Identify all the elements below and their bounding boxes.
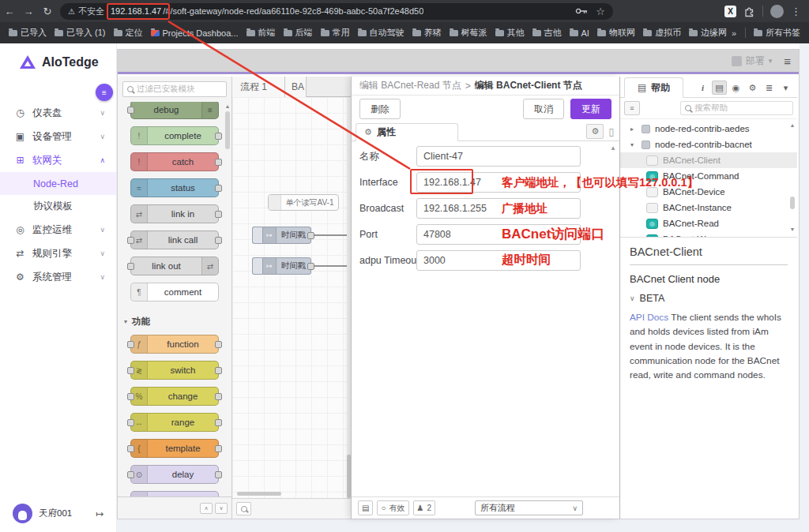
help-tree-item-bacnet-read[interactable]: ◎BACnet-Read — [620, 215, 797, 231]
palette-scrollbar[interactable]: ▲ — [224, 103, 231, 495]
flow-tab-2[interactable]: BA — [285, 77, 307, 97]
bookmark-item[interactable]: 吉他 — [529, 24, 566, 41]
input-port[interactable] — [127, 107, 134, 114]
palette-node-switch[interactable]: ≷switch — [130, 361, 219, 380]
bookmark-item[interactable]: 养猪 — [408, 24, 446, 41]
expand-all-button[interactable]: ∨ — [215, 503, 228, 514]
field-input-adpu-timeout[interactable] — [416, 250, 581, 271]
canvas-node-inject-1[interactable]: ↦时间戳 — [252, 227, 311, 244]
sidebar-item-soft-gateway[interactable]: ⊞软网关∧ — [0, 148, 116, 172]
sidebar-item-rules[interactable]: ⇄规则引擎∨ — [0, 242, 116, 265]
bookmark-item[interactable]: 物联网 — [593, 24, 639, 41]
breadcrumb-parent[interactable]: 编辑 BACnet-Read 节点 — [359, 79, 461, 92]
forward-icon[interactable]: → — [19, 6, 38, 17]
bookmark-item[interactable]: 边缘网关 — [685, 24, 727, 41]
inject-button[interactable] — [252, 227, 262, 244]
sidebar-subitem-协议模板[interactable]: 协议模板 — [0, 195, 116, 218]
bookmark-item[interactable]: 树莓派 — [446, 24, 491, 41]
tab-properties[interactable]: ⚙ 属性 — [356, 123, 458, 141]
bookmark-item[interactable]: 自动驾驶 — [354, 24, 408, 41]
deploy-caret-icon[interactable]: ▾ — [769, 57, 773, 65]
input-port[interactable] — [127, 237, 134, 244]
context-tab-icon[interactable]: ≣ — [762, 81, 777, 95]
palette-node-delay[interactable]: ⊙delay — [130, 465, 219, 484]
debug-tab-icon[interactable]: ◉ — [728, 81, 743, 95]
info-tab-icon[interactable]: i — [695, 81, 710, 95]
bookmark-item[interactable]: AI — [566, 26, 593, 40]
scroll-thumb[interactable] — [790, 197, 795, 209]
tab-help[interactable]: ▤ 帮助 — [624, 77, 683, 98]
output-port[interactable] — [215, 237, 222, 244]
sidebar-collapse-button[interactable]: ≡ — [96, 84, 113, 101]
bookmark-item[interactable]: 虚拟币 — [639, 24, 685, 41]
field-input-名称[interactable] — [416, 146, 581, 167]
node-settings-button[interactable]: ⚙ — [586, 124, 604, 139]
output-port[interactable] — [215, 393, 222, 400]
update-button[interactable]: 更新 — [570, 99, 611, 119]
output-port[interactable] — [215, 341, 222, 348]
sidebar-item-devices[interactable]: ▣设备管理∨ — [0, 125, 116, 148]
canvas-node-inject-2[interactable]: ↦时间戳 — [252, 257, 311, 275]
address-bar[interactable]: ⚠ 不安全 192.168.1.47 /#/soft-gateway/node-… — [60, 3, 613, 20]
help-toc-toggle[interactable]: ≡ — [624, 101, 640, 115]
user-avatar[interactable] — [13, 504, 32, 523]
canvas-node-comment[interactable]: 单个读写AV-1 — [268, 194, 339, 211]
input-port[interactable] — [127, 393, 134, 400]
canvas-search-button[interactable] — [236, 502, 251, 515]
input-port[interactable] — [127, 471, 134, 478]
form-scroll-up-icon[interactable]: ▲ — [610, 144, 616, 152]
palette-node-comment[interactable]: ¶comment — [130, 283, 219, 302]
palette-node-trigger[interactable]: ↯trigger — [130, 491, 219, 496]
sidebar-item-system[interactable]: ⚙系统管理∨ — [0, 265, 116, 289]
cancel-button[interactable]: 取消 — [523, 99, 564, 119]
bookmark-item[interactable]: 后端 — [280, 24, 317, 41]
input-port[interactable] — [127, 263, 134, 270]
output-port[interactable] — [215, 367, 222, 374]
flows-select[interactable]: 所有流程 ∨ — [475, 500, 583, 515]
usage-count-badge[interactable]: ♟ 2 — [413, 500, 436, 515]
sidebar-item-dashboard[interactable]: ◷仪表盘∨ — [0, 101, 116, 125]
browser-profile-avatar[interactable] — [770, 5, 784, 18]
sidebar-item-monitoring[interactable]: ◎监控运维∨ — [0, 218, 116, 242]
back-icon[interactable]: ← — [0, 6, 19, 17]
scroll-down-icon[interactable]: ▼ — [789, 227, 796, 233]
output-port[interactable] — [215, 419, 222, 426]
sidebar-caret-icon[interactable]: ▾ — [778, 81, 793, 95]
all-bookmarks-button[interactable]: 所有书签 — [750, 24, 804, 41]
palette-node-status[interactable]: ≈status — [130, 178, 219, 197]
flow-canvas[interactable]: 流程 1 BA 单个读写AV-1 ↦时间戳 ↦时间戳 — [232, 77, 351, 519]
input-port[interactable] — [127, 341, 134, 348]
help-tree-item-bacnet-client[interactable]: BACnet-Client — [620, 152, 797, 168]
palette-node-catch[interactable]: !catch — [130, 152, 219, 171]
password-key-icon[interactable] — [575, 7, 589, 15]
scroll-up-icon[interactable]: ▲ — [789, 122, 796, 129]
input-port[interactable] — [127, 367, 134, 374]
security-label[interactable]: 不安全 — [78, 6, 104, 17]
output-port[interactable] — [215, 185, 222, 192]
help-tree-item-bacnet-instance[interactable]: BACnet-Instance — [620, 200, 797, 215]
palette-node-function[interactable]: ƒfunction — [130, 335, 219, 354]
extensions-puzzle-icon[interactable] — [743, 6, 755, 17]
deploy-button[interactable]: 部署 ▾ — [732, 54, 773, 68]
bookmark-item[interactable]: 已导入 (1) — [51, 24, 110, 41]
bookmark-item[interactable]: 其他 — [491, 24, 529, 41]
help-tree-item-node-red-contrib-aedes[interactable]: ▸node-red-contrib-aedes — [620, 121, 797, 137]
input-port[interactable] — [127, 445, 134, 452]
bookmarks-overflow-chevron[interactable]: » — [727, 28, 741, 38]
browser-menu-icon[interactable]: ⋮ — [791, 6, 801, 17]
output-port[interactable] — [215, 159, 222, 166]
bookmark-item[interactable]: 定位 — [110, 24, 147, 41]
palette-node-link-in[interactable]: ⇄link in — [130, 204, 219, 223]
extension-x-icon[interactable]: X — [724, 6, 736, 17]
refresh-icon[interactable]: ↻ — [38, 6, 57, 17]
enabled-toggle[interactable]: ○ 有效 — [377, 500, 408, 515]
help-tree-item-node-red-contrib-bacnet[interactable]: ▾node-red-contrib-bacnet — [620, 137, 797, 152]
help-beta-section[interactable]: ∨ BETA — [630, 293, 788, 304]
api-docs-link[interactable]: API Docs — [630, 312, 668, 323]
output-port[interactable] — [215, 445, 222, 452]
canvas-grid[interactable] — [232, 97, 347, 498]
help-tree-item-bacnet-w[interactable]: ◎BACnet-W — [620, 231, 797, 238]
palette-search-input[interactable]: 过滤已安装模块 — [122, 81, 227, 97]
palette-node-range[interactable]: ↔range — [130, 413, 219, 432]
scroll-thumb[interactable] — [225, 111, 230, 149]
